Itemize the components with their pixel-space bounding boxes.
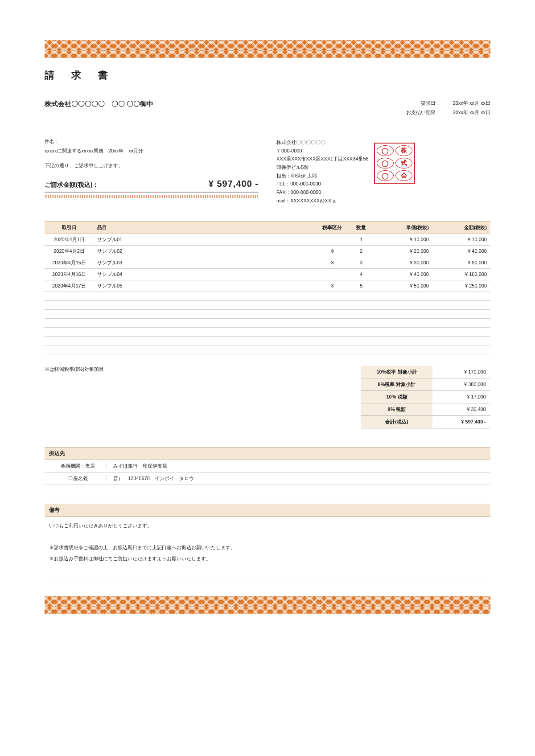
table-row: 2020年4月1日サンプル011¥ 10,000¥ 10,000 <box>45 234 490 245</box>
table-row-empty <box>45 300 490 309</box>
intro-text: 下記の通り、ご請求申し上げます。 <box>45 162 259 169</box>
issue-date-label: 請求日： <box>406 100 440 107</box>
table-row: 2020年4月15日サンプル03※3¥ 30,000¥ 90,000 <box>45 257 490 268</box>
table-row-empty <box>45 327 490 336</box>
col-qty: 数量 <box>348 221 374 234</box>
company-seal-icon: ◯ 株 ◯ 式 ◯ 会 <box>374 143 415 184</box>
table-row: 2020年4月2日サンプル02※2¥ 20,000¥ 40,000 <box>45 245 490 257</box>
col-date: 取引日 <box>45 221 94 234</box>
table-row-empty <box>45 345 490 354</box>
col-unit: 単価(税抜) <box>374 221 432 234</box>
table-row-empty <box>45 309 490 318</box>
divider-dotted <box>45 195 259 198</box>
col-item: 品目 <box>94 221 317 234</box>
table-row-empty <box>45 318 490 327</box>
bank-row: 口座名義普） 12345678 インボイ タロウ <box>45 472 490 485</box>
date-block: 請求日： 20xx年 xx月 xx日 お支払い期限： 20xx年 xx月 xx日 <box>406 100 490 116</box>
sender-tel: TEL：000-000-0000 <box>276 180 369 188</box>
subject-value: xxxxxに関連するxxxxx業務 20xx年 xx月分 <box>45 148 259 154</box>
sender-fax: FAX：000-000-0000 <box>276 188 369 197</box>
col-tax: 税率区分 <box>317 221 348 234</box>
sender-building: 印保伊ビル5階 <box>276 163 369 172</box>
sender-mail: mail：XXXXXXXXX@XX.jp <box>276 197 369 205</box>
bank-header: 振込先 <box>45 447 490 460</box>
table-row: 2020年4月16日サンプル044¥ 40,000¥ 160,000 <box>45 268 490 280</box>
due-date-label: お支払い期限： <box>406 109 440 116</box>
decorative-band-top <box>45 40 490 58</box>
col-amt: 金額(税抜) <box>432 221 490 234</box>
document-title: 請 求 書 <box>45 69 490 82</box>
issue-date-value: 20xx年 xx月 xx日 <box>453 100 490 107</box>
sender-company: 株式会社〇〇〇〇〇〇 <box>276 138 369 147</box>
bank-row: 金融機関・支店みずほ銀行 印保伊支店 <box>45 460 490 472</box>
notes-header: 備考 <box>45 504 490 517</box>
due-date-value: 20xx年 xx月 xx日 <box>453 109 490 116</box>
total-value: ¥ 597,400 - <box>209 179 259 189</box>
table-row-empty <box>45 354 490 363</box>
sender-postal: 〒000-0000 <box>276 147 369 155</box>
sender-block: 株式会社〇〇〇〇〇〇 〒000-0000 XXX県XXX市XXX区XXX1丁目X… <box>276 138 369 205</box>
table-row: 2020年4月17日サンプル05※5¥ 50,000¥ 250,000 <box>45 280 490 292</box>
total-label: ご請求金額(税込)： <box>45 181 99 189</box>
table-row-empty <box>45 336 490 345</box>
subject-label: 件名： <box>45 138 259 145</box>
client-name: 株式会社〇〇〇〇〇 〇〇 〇〇御中 <box>45 100 153 108</box>
notes-block: いつもご利用いただきありがとうございます。 ※請求書明細をご確認の上、お振込期日… <box>45 517 490 579</box>
decorative-band-bottom <box>45 596 490 614</box>
tax-note: ※は軽減税率(8%)対象項目 <box>45 366 104 428</box>
sender-address: XXX県XXX市XXX区XXX1丁目XXX34番56 <box>276 155 369 163</box>
summary-table: 10%税率 対象小計¥ 170,0008%税率 対象小計¥ 380,00010%… <box>361 366 490 428</box>
table-row-empty <box>45 292 490 300</box>
sender-contact: 担当：印保伊 太郎 <box>276 172 369 180</box>
line-items-table: 取引日 品目 税率区分 数量 単価(税抜) 金額(税抜) 2020年4月1日サン… <box>45 221 490 363</box>
